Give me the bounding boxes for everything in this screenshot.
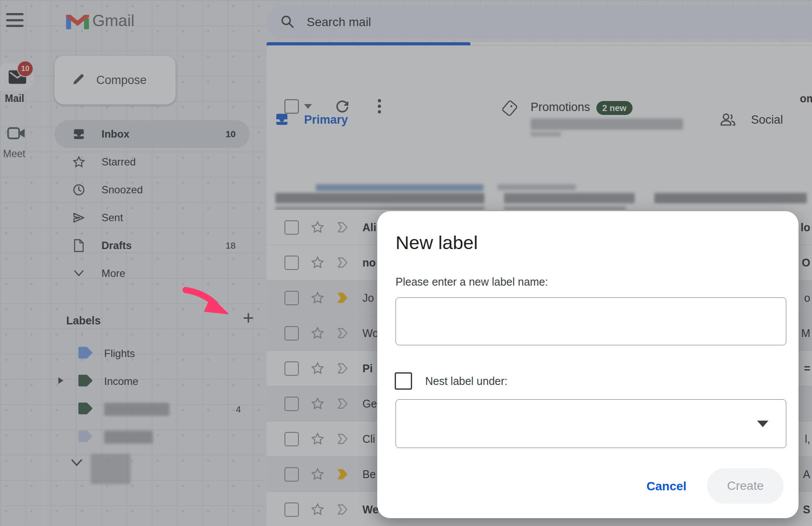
- annotation-arrow-icon: [182, 287, 234, 323]
- nest-label-checkbox[interactable]: [395, 372, 412, 390]
- cancel-button[interactable]: Cancel: [642, 475, 691, 498]
- create-button[interactable]: Create: [707, 468, 784, 504]
- gmail-window: 10 Mail Meet Gmail Compose Inbox10Starre…: [0, 0, 812, 526]
- nest-label-text: Nest label under:: [425, 375, 508, 388]
- label-name-input[interactable]: [396, 297, 786, 345]
- dropdown-caret-icon: [757, 421, 768, 427]
- dialog-title: New label: [396, 232, 478, 253]
- parent-label-select[interactable]: [396, 399, 786, 448]
- label-name-prompt: Please enter a new label name:: [396, 276, 548, 288]
- new-label-dialog: New label Please enter a new label name:…: [377, 211, 798, 518]
